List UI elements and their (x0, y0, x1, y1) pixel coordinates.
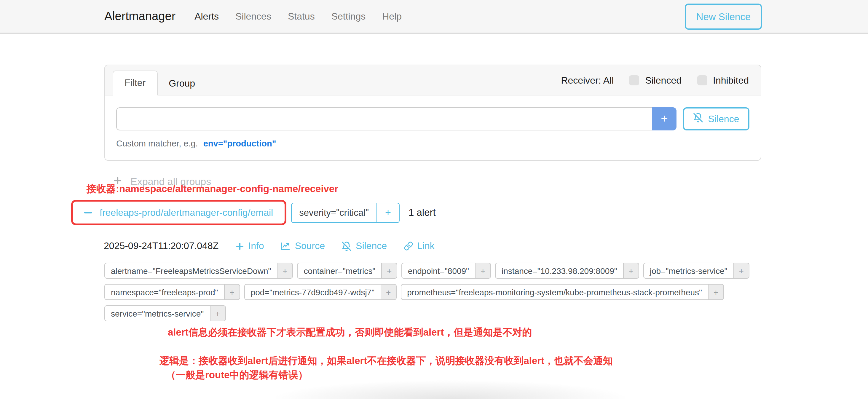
label-tag-text: pod="metrics-77d9cdb497-wdsj7" (244, 284, 381, 300)
nav-item-help[interactable]: Help (382, 11, 402, 22)
label-tag-text: namespace="freeleaps-prod" (104, 284, 225, 300)
label-tag-text: instance="10.233.98.209:8009" (495, 263, 624, 279)
main-nav: Alerts Silences Status Settings Help (194, 11, 402, 22)
filter-card-header: Filter Group Receiver: All Silenced Inhi… (105, 65, 761, 95)
receiver-group-row: freeleaps-prod/alertmanager-config/email… (71, 200, 436, 225)
red-annotation-box: freeleaps-prod/alertmanager-config/email (71, 200, 286, 225)
add-matcher-button[interactable]: + (652, 107, 677, 130)
matcher-example-link[interactable]: env="production" (204, 139, 276, 148)
label-tag: alertname="FreeleapsMetricsServiceDown" … (104, 263, 293, 279)
tab-filter[interactable]: Filter (113, 70, 157, 95)
matcher-input-group: + (116, 107, 677, 130)
annotation-config-note: alert信息必须在接收器下才表示配置成功，否则即使能看到alert，但是通知是… (168, 326, 532, 339)
annotation-logic-line2: （一般是route中的逻辑有错误） (159, 368, 613, 382)
label-filter-add-button[interactable]: + (382, 263, 397, 279)
alert-permalink[interactable]: Link (403, 241, 435, 251)
label-tag: service="metrics-service" + (104, 305, 226, 321)
group-matcher-label: severity="critical" (291, 203, 376, 222)
silenced-checkbox-group[interactable]: Silenced (629, 75, 682, 86)
chart-icon (281, 241, 291, 251)
inhibited-checkbox[interactable] (697, 75, 707, 85)
alert-source-label: Source (295, 241, 325, 251)
link-icon (403, 241, 413, 251)
label-tag-text: container="metrics" (297, 263, 382, 279)
label-tag: namespace="freeleaps-prod" + (104, 284, 240, 300)
top-navbar: Alertmanager Alerts Silences Status Sett… (0, 0, 868, 34)
label-filter-add-button[interactable]: + (734, 263, 749, 279)
nav-item-silences[interactable]: Silences (236, 11, 271, 22)
annotation-logic-line1: 逻辑是：接收器收到alert后进行通知，如果alert不在接收器下，说明接收器没… (159, 354, 613, 368)
alert-silence-label: Silence (356, 241, 387, 251)
inhibited-checkbox-group[interactable]: Inhibited (697, 75, 749, 86)
label-tag: instance="10.233.98.209:8009" + (495, 263, 639, 279)
alert-labels: alertname="FreeleapsMetricsServiceDown" … (104, 263, 760, 321)
alert-timestamp: 2025-09-24T11:20:07.048Z (104, 241, 218, 251)
label-filter-add-button[interactable]: + (210, 305, 226, 321)
alert-link-label: Link (417, 241, 435, 251)
minus-icon (84, 212, 92, 213)
label-tag-text: endpoint="8009" (401, 263, 475, 279)
group-matcher: severity="critical" + (291, 203, 400, 223)
label-tag: prometheus="freeleaps-monitoring-system/… (401, 284, 724, 300)
filter-card: Filter Group Receiver: All Silenced Inhi… (104, 65, 761, 161)
inhibited-checkbox-label: Inhibited (713, 75, 749, 86)
label-filter-add-button[interactable]: + (624, 263, 639, 279)
label-filter-add-button[interactable]: + (475, 263, 491, 279)
matcher-row: + Silence (116, 107, 749, 130)
nav-item-status[interactable]: Status (288, 11, 315, 22)
label-filter-add-button[interactable]: + (709, 284, 724, 300)
filter-card-body: + Silence Custom matcher, e.g. env="prod… (105, 95, 761, 160)
alert-silence-button[interactable]: Silence (342, 241, 387, 251)
alert-header-row: 2025-09-24T11:20:07.048Z Info Source Sil… (104, 241, 435, 251)
label-tag-text: job="metrics-service" (643, 263, 734, 279)
label-tag: pod="metrics-77d9cdb497-wdsj7" + (244, 284, 397, 300)
annotation-logic-note: 逻辑是：接收器收到alert后进行通知，如果alert不在接收器下，说明接收器没… (159, 354, 613, 382)
matcher-input[interactable] (116, 107, 652, 130)
silence-filter-label: Silence (708, 114, 739, 124)
alert-source-link[interactable]: Source (281, 241, 325, 251)
tab-group[interactable]: Group (157, 72, 206, 95)
label-tag: endpoint="8009" + (401, 263, 491, 279)
label-filter-add-button[interactable]: + (381, 284, 396, 300)
nav-item-settings[interactable]: Settings (332, 11, 366, 22)
label-filter-add-button[interactable]: + (225, 284, 240, 300)
label-tag-text: prometheus="freeleaps-monitoring-system/… (401, 284, 709, 300)
alertmanager-page: Alertmanager Alerts Silences Status Sett… (0, 0, 868, 399)
silenced-checkbox-label: Silenced (645, 75, 682, 86)
group-matcher-add-button[interactable]: + (376, 203, 399, 222)
silence-filter-button[interactable]: Silence (683, 107, 749, 130)
app-brand[interactable]: Alertmanager (104, 9, 176, 23)
new-silence-button[interactable]: New Silence (685, 4, 762, 30)
silenced-checkbox[interactable] (629, 75, 639, 85)
receiver-group-name: freeleaps-prod/alertmanager-config/email (100, 207, 273, 218)
alert-count: 1 alert (408, 207, 436, 218)
filter-options: Receiver: All Silenced Inhibited (561, 65, 749, 95)
plus-icon (235, 242, 244, 250)
matcher-helper-text: Custom matcher, e.g. env="production" (116, 139, 749, 148)
receiver-group-button[interactable]: freeleaps-prod/alertmanager-config/email (75, 203, 282, 222)
bell-slash-icon (342, 241, 351, 251)
receiver-filter[interactable]: Receiver: All (561, 75, 614, 86)
label-tag-text: service="metrics-service" (104, 305, 210, 321)
alert-info-label: Info (248, 241, 264, 251)
label-tag-text: alertname="FreeleapsMetricsServiceDown" (104, 263, 277, 279)
annotation-receiver-note: 接收器:namespace/altermanager-config-name/r… (87, 183, 338, 196)
label-filter-add-button[interactable]: + (277, 263, 293, 279)
filter-tabs: Filter Group (113, 70, 206, 95)
bell-slash-icon (693, 113, 704, 125)
alert-info-button[interactable]: Info (235, 241, 264, 251)
label-tag: container="metrics" + (297, 263, 397, 279)
helper-prefix: Custom matcher, e.g. (116, 139, 198, 148)
nav-item-alerts[interactable]: Alerts (194, 11, 219, 22)
label-tag: job="metrics-service" + (643, 263, 749, 279)
